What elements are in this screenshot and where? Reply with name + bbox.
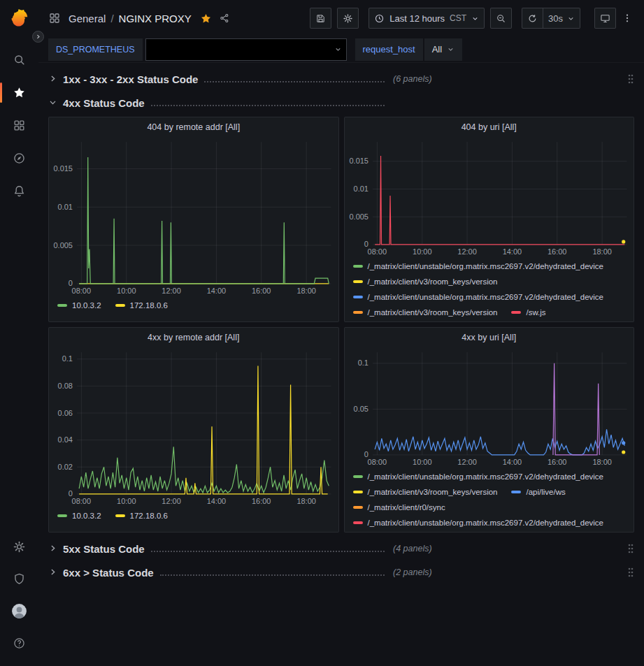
svg-text:10:00: 10:00 xyxy=(117,497,136,505)
svg-text:16:00: 16:00 xyxy=(548,247,566,256)
svg-text:10:00: 10:00 xyxy=(117,287,136,295)
caret-down-icon xyxy=(447,45,455,53)
drag-handle-icon[interactable] xyxy=(627,73,634,85)
datasource-variable-label[interactable]: DS_PROMETHEUS xyxy=(48,38,143,61)
top-nav: General / NGINX PROXY xyxy=(38,0,644,36)
legend-item[interactable]: /_matrix/client/v3/room_keys/version xyxy=(353,277,498,286)
sidebar-expand-button[interactable] xyxy=(32,31,44,43)
svg-text:10:00: 10:00 xyxy=(413,458,431,466)
zoom-out-time-button[interactable] xyxy=(490,8,512,29)
sidebar-item-profile[interactable] xyxy=(0,595,38,627)
svg-text:0.04: 0.04 xyxy=(58,435,73,444)
svg-text:0.005: 0.005 xyxy=(349,212,368,221)
sidebar-item-dashboards[interactable] xyxy=(0,109,38,142)
legend-item[interactable]: /api/live/ws xyxy=(511,488,565,496)
timeseries-chart[interactable]: 00.020.040.060.080.108:0010:0012:0014:00… xyxy=(49,347,338,507)
gear-icon xyxy=(343,13,353,24)
svg-text:0.015: 0.015 xyxy=(54,164,73,173)
svg-text:0.015: 0.015 xyxy=(349,157,368,165)
time-range-button[interactable]: Last 12 hours CST xyxy=(368,8,485,29)
svg-text:18:00: 18:00 xyxy=(296,287,315,295)
sidebar-item-starred[interactable] xyxy=(0,76,38,109)
panel-title[interactable]: 404 by remote addr [All] xyxy=(49,117,338,136)
row-header-4xx[interactable]: 4xx Status Code xyxy=(48,93,634,113)
breadcrumb-section[interactable]: General xyxy=(69,13,106,24)
legend-item[interactable]: /_matrix/client/unstable/org.matrix.msc2… xyxy=(353,519,604,527)
svg-text:0.08: 0.08 xyxy=(58,382,73,390)
share-dashboard-button[interactable] xyxy=(217,10,232,26)
svg-text:14:00: 14:00 xyxy=(207,497,226,505)
breadcrumb-separator: / xyxy=(110,13,113,24)
panel-title[interactable]: 4xx by remote addr [All] xyxy=(49,328,338,347)
legend-item[interactable]: /sw.js xyxy=(511,308,545,317)
svg-text:14:00: 14:00 xyxy=(502,458,521,466)
drag-handle-icon[interactable] xyxy=(627,543,634,554)
legend-item[interactable]: 10.0.3.2 xyxy=(57,301,101,310)
refresh-dashboard-button[interactable] xyxy=(522,8,543,29)
request-host-variable-label[interactable]: request_host xyxy=(355,38,423,61)
legend-item[interactable]: 172.18.0.6 xyxy=(115,512,168,520)
timeseries-chart[interactable]: 00.0050.010.01508:0010:0012:0014:0016:00… xyxy=(345,136,634,257)
kebab-icon xyxy=(622,13,636,24)
timeseries-chart[interactable]: 00.0050.010.01508:0010:0012:0014:0016:00… xyxy=(49,136,338,296)
panel-title[interactable]: 404 by uri [All] xyxy=(345,117,634,136)
save-dashboard-button[interactable] xyxy=(310,8,331,29)
svg-text:0.01: 0.01 xyxy=(353,184,368,193)
share-icon xyxy=(219,13,230,24)
sidebar-item-server-admin[interactable] xyxy=(0,563,38,595)
time-range-label: Last 12 hours xyxy=(389,13,445,24)
top-nav-actions: Last 12 hours CST xyxy=(310,8,636,29)
sidebar-item-help[interactable] xyxy=(0,627,38,659)
dashboard-canvas: 1xx - 3xx - 2xx Status Code (6 panels) 4… xyxy=(38,63,644,666)
shield-icon xyxy=(13,572,26,586)
svg-text:16:00: 16:00 xyxy=(252,287,271,295)
row-dotted-leader xyxy=(151,105,385,106)
panel-title[interactable]: 4xx by uri [All] xyxy=(345,328,634,347)
legend-item[interactable]: /_matrix/client/v3/room_keys/version xyxy=(353,488,498,496)
sidebar-item-alerting[interactable] xyxy=(0,175,38,208)
refresh-interval-dropdown[interactable]: 30s xyxy=(543,8,580,29)
svg-text:0.02: 0.02 xyxy=(58,463,73,471)
panel-title-text: 404 by remote addr [All] xyxy=(147,122,240,132)
favorite-star-button[interactable] xyxy=(198,10,214,27)
request-host-variable-select[interactable]: All xyxy=(424,38,462,61)
chevron-right-icon xyxy=(48,544,58,553)
help-icon xyxy=(13,637,26,650)
refresh-interval-label: 30s xyxy=(548,13,563,24)
sidebar xyxy=(0,0,38,666)
dashboard-settings-button[interactable] xyxy=(337,8,359,29)
timeseries-chart[interactable]: 00.050.108:0010:0012:0014:0016:0018:00 xyxy=(345,347,634,468)
row-title: 4xx Status Code xyxy=(63,97,145,109)
drag-handle-icon[interactable] xyxy=(627,567,634,578)
legend-item[interactable]: /_matrix/client/r0/sync xyxy=(353,503,445,512)
kebab-menu-button[interactable] xyxy=(622,13,636,24)
breadcrumb-title[interactable]: NGINX PROXY xyxy=(119,13,192,24)
sidebar-item-settings[interactable] xyxy=(0,530,38,563)
grafana-logo[interactable] xyxy=(9,8,29,28)
datasource-variable-select[interactable] xyxy=(145,38,347,61)
sidebar-item-search[interactable] xyxy=(0,43,38,76)
row-header-1xx-3xx-2xx[interactable]: 1xx - 3xx - 2xx Status Code (6 panels) xyxy=(48,69,634,89)
legend-item[interactable]: /_matrix/client/unstable/org.matrix.msc2… xyxy=(353,472,604,481)
tv-icon xyxy=(600,13,610,24)
datasource-variable-value xyxy=(146,39,330,60)
svg-text:08:00: 08:00 xyxy=(72,497,91,505)
panel-404-by-uri: 404 by uri [All] 00.0050.010.01508:0010:… xyxy=(344,117,635,322)
row-title: 1xx - 3xx - 2xx Status Code xyxy=(63,73,198,85)
clock-icon xyxy=(374,13,385,24)
row-header-5xx[interactable]: 5xx Status Code (4 panels) xyxy=(48,539,634,558)
svg-text:12:00: 12:00 xyxy=(457,458,476,466)
panel-4xx-by-remote-addr: 4xx by remote addr [All] 00.020.040.060.… xyxy=(48,327,339,533)
row-header-6xx[interactable]: 6xx > Status Code (2 panels) xyxy=(48,563,634,582)
row-panel-count: (2 panels) xyxy=(393,567,432,577)
tv-mode-button[interactable] xyxy=(594,8,616,29)
sidebar-item-explore[interactable] xyxy=(0,142,38,175)
caret-down-icon xyxy=(471,15,479,22)
refresh-icon xyxy=(527,13,538,24)
legend-item[interactable]: /_matrix/client/v3/room_keys/version xyxy=(353,308,498,317)
legend-item[interactable]: 172.18.0.6 xyxy=(115,301,168,310)
legend-item[interactable]: 10.0.3.2 xyxy=(57,512,101,520)
legend-item[interactable]: /_matrix/client/unstable/org.matrix.msc2… xyxy=(353,293,604,301)
timezone-label: CST xyxy=(450,13,466,23)
legend-item[interactable]: /_matrix/client/unstable/org.matrix.msc2… xyxy=(353,262,604,270)
